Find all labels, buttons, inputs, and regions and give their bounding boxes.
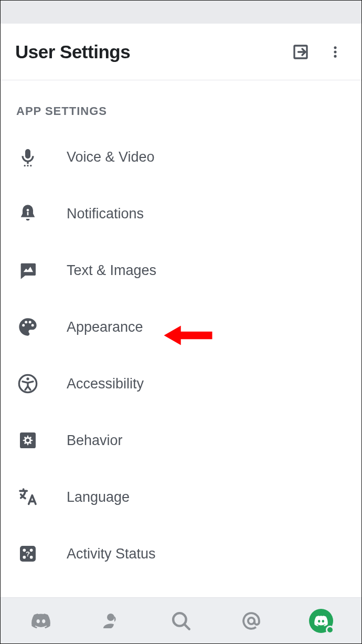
svg-point-18 — [30, 549, 33, 552]
settings-item-accessibility[interactable]: Accessibility — [1, 355, 361, 412]
settings-item-label: Notifications — [67, 206, 144, 222]
settings-item-voice-video[interactable]: Voice & Video — [1, 129, 361, 185]
nav-profile-icon[interactable] — [305, 605, 337, 637]
settings-item-label: Behavior — [67, 432, 123, 449]
svg-point-11 — [29, 321, 31, 323]
image-chat-icon — [11, 260, 45, 281]
settings-item-label: Accessibility — [67, 376, 144, 392]
nav-discord-icon[interactable] — [25, 605, 57, 637]
settings-item-notifications[interactable]: Notifications — [1, 185, 361, 242]
settings-item-text-images[interactable]: Text & Images — [1, 242, 361, 299]
settings-item-activity-status[interactable]: ? Activity Status — [1, 525, 361, 582]
more-icon[interactable] — [324, 40, 347, 64]
nav-friends-icon[interactable] — [95, 605, 126, 637]
settings-item-appearance[interactable]: Appearance — [1, 299, 361, 355]
page-title: User Settings — [15, 41, 278, 62]
svg-point-20 — [30, 556, 33, 559]
svg-point-3 — [334, 55, 336, 57]
settings-item-label: Voice & Video — [67, 149, 155, 165]
dice-icon: ? — [11, 543, 45, 564]
settings-item-label: Text & Images — [67, 262, 156, 279]
svg-point-7 — [27, 209, 29, 212]
accessibility-icon — [11, 373, 45, 394]
settings-item-label: Language — [67, 489, 130, 505]
bottom-nav — [1, 597, 361, 643]
svg-point-6 — [30, 165, 31, 166]
settings-item-label: Activity Status — [67, 546, 156, 562]
settings-item-language[interactable]: Language — [1, 469, 361, 525]
bell-icon — [11, 203, 45, 224]
nav-search-icon[interactable] — [165, 605, 197, 637]
translate-icon — [11, 487, 45, 508]
svg-text:?: ? — [26, 550, 30, 558]
palette-icon — [11, 316, 45, 337]
svg-point-9 — [22, 324, 25, 326]
app-frame: User Settings APP SETTINGS — [0, 0, 362, 644]
svg-point-10 — [25, 321, 27, 323]
svg-point-2 — [334, 50, 336, 53]
svg-point-5 — [27, 165, 28, 166]
svg-point-1 — [334, 46, 336, 49]
gear-box-icon — [11, 430, 45, 451]
header-bar: User Settings — [1, 24, 361, 80]
svg-point-12 — [31, 324, 34, 326]
status-bar — [1, 1, 361, 24]
svg-rect-8 — [27, 212, 29, 216]
svg-point-14 — [26, 377, 29, 380]
settings-item-label: Appearance — [67, 319, 143, 335]
nav-mentions-icon[interactable] — [236, 605, 267, 637]
settings-section: APP SETTINGS Voice & Video — [1, 80, 361, 597]
section-title: APP SETTINGS — [1, 88, 361, 129]
exit-icon[interactable] — [289, 40, 312, 64]
svg-point-4 — [24, 165, 26, 166]
mic-icon — [11, 146, 45, 167]
settings-item-behavior[interactable]: Behavior — [1, 412, 361, 469]
svg-rect-15 — [20, 432, 36, 448]
